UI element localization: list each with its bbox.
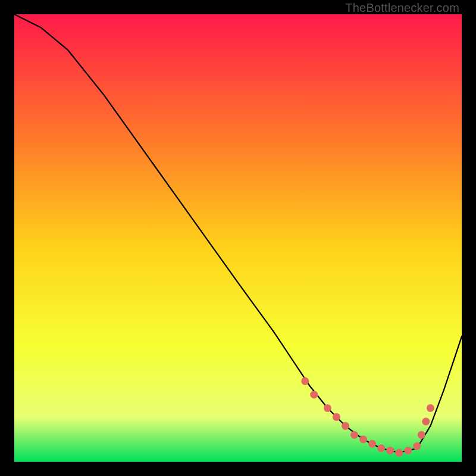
marker-dot bbox=[310, 391, 318, 399]
marker-dot bbox=[427, 404, 434, 412]
marker-dot bbox=[404, 447, 412, 455]
marker-dot bbox=[359, 436, 367, 443]
marker-dot bbox=[368, 440, 376, 447]
marker-dot bbox=[342, 422, 349, 430]
marker-dot bbox=[395, 449, 403, 457]
bottleneck-chart bbox=[14, 14, 462, 462]
marker-dot bbox=[413, 442, 421, 450]
marker-dot bbox=[386, 447, 394, 455]
marker-dot bbox=[418, 431, 425, 439]
chart-frame bbox=[14, 14, 462, 462]
gradient-background bbox=[14, 14, 462, 462]
marker-dot bbox=[333, 413, 340, 421]
watermark-text: TheBottlenecker.com bbox=[345, 1, 459, 15]
marker-dot bbox=[324, 404, 331, 412]
marker-dot bbox=[377, 444, 385, 452]
marker-dot bbox=[350, 431, 358, 439]
marker-dot bbox=[422, 418, 430, 425]
marker-dot bbox=[301, 377, 309, 385]
